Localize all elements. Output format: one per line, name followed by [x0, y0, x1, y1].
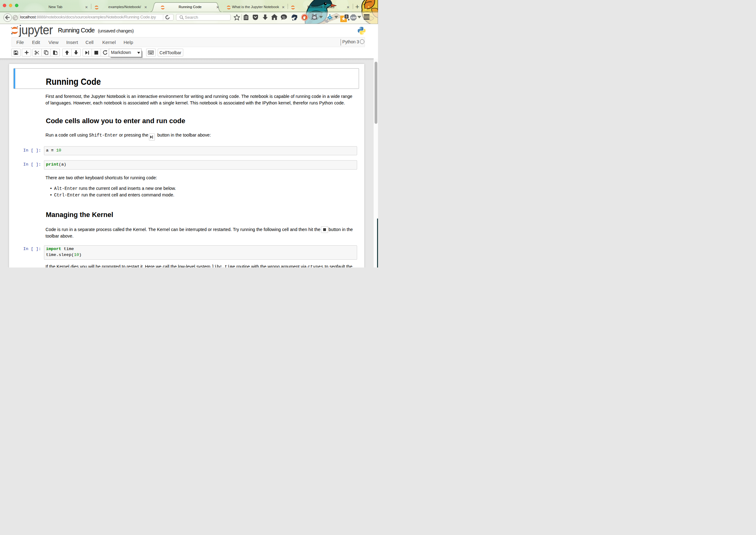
svg-text:8: 8 — [346, 15, 347, 18]
svg-text:ABP: ABP — [351, 16, 356, 19]
